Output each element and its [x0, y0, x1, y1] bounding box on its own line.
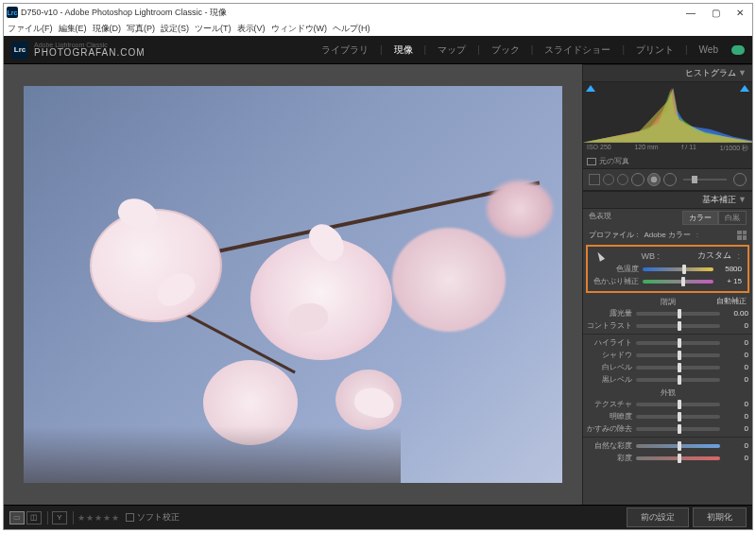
spot-tool[interactable]	[603, 174, 614, 185]
tone-header: 階調自動補正	[583, 295, 752, 307]
menu-settings[interactable]: 設定(S)	[161, 23, 189, 35]
profile-label: プロファイル :	[589, 230, 638, 240]
redeye-tool[interactable]	[617, 174, 628, 185]
wb-dropdown-icon[interactable]: :	[737, 251, 740, 261]
blacks-slider[interactable]: 黒レベル0	[583, 373, 752, 386]
before-after-icon[interactable]: ◫	[26, 511, 42, 524]
treatment-label: 色表現	[589, 211, 682, 225]
toolbar-bottom: ▭ ◫ Y ★★★★★ ソフト校正 前の設定 初期化	[4, 505, 752, 529]
treatment-color[interactable]: カラー	[682, 211, 718, 225]
contrast-slider[interactable]: コントラスト0	[583, 319, 752, 332]
original-photo-toggle[interactable]: 元の写真	[583, 154, 752, 168]
temp-value[interactable]: 5800	[717, 265, 742, 273]
brand-main: PHOTOGRAFAN.COM	[34, 48, 146, 58]
mask-radial2-icon[interactable]	[663, 173, 677, 186]
clarity-slider[interactable]: 明瞭度0	[583, 410, 752, 422]
exposure-slider[interactable]: 露光量0.00	[583, 307, 752, 319]
crop-tool[interactable]	[589, 174, 600, 185]
temp-label: 色温度	[593, 264, 639, 274]
menu-tools[interactable]: ツール(T)	[195, 23, 232, 35]
tint-slider[interactable]: 色かぶり補正 + 15	[590, 275, 746, 287]
right-panel: ヒストグラム▼ ISO 250120 mmf / 111/1000 秒 元の写真	[582, 64, 752, 505]
whites-slider[interactable]: 白レベル0	[583, 361, 752, 373]
menu-help[interactable]: ヘルプ(H)	[333, 23, 370, 35]
menu-bar: ファイル(F) 編集(E) 現像(D) 写真(P) 設定(S) ツール(T) 表…	[4, 21, 752, 36]
minimize-button[interactable]: —	[679, 4, 703, 21]
menu-develop[interactable]: 現像(D)	[93, 23, 122, 35]
vibrance-slider[interactable]: 自然な彩度0	[583, 439, 752, 452]
module-map[interactable]: マップ	[434, 43, 470, 57]
cloud-sync-icon[interactable]	[731, 45, 745, 55]
wb-highlight-box: WB : カスタム : 色温度 5800 色かぶり補正 + 15	[586, 245, 749, 293]
exif-strip: ISO 250120 mmf / 111/1000 秒	[583, 143, 752, 154]
dehaze-slider[interactable]: かすみの除去0	[583, 422, 752, 435]
module-print[interactable]: プリント	[632, 43, 678, 57]
tool-strip	[583, 168, 752, 191]
menu-file[interactable]: ファイル(F)	[8, 23, 53, 35]
auto-tone[interactable]: 自動補正	[716, 296, 747, 306]
histogram-header[interactable]: ヒストグラム▼	[583, 64, 752, 82]
profile-dropdown-icon[interactable]: :	[696, 231, 698, 239]
module-library[interactable]: ライブラリ	[318, 43, 372, 57]
tint-value[interactable]: + 15	[717, 277, 742, 285]
module-develop[interactable]: 現像	[390, 43, 417, 57]
before-after-y-icon[interactable]: Y	[52, 511, 67, 524]
wb-preset[interactable]: カスタム	[697, 249, 731, 262]
identity-plate: Adobe Lightroom Classic PHOTOGRAFAN.COM	[34, 42, 146, 58]
app-icon: Lrc	[7, 7, 18, 18]
menu-window[interactable]: ウィンドウ(W)	[271, 23, 328, 35]
highlights-slider[interactable]: ハイライト0	[583, 336, 752, 349]
wb-row: WB : カスタム :	[590, 249, 746, 263]
saturation-slider[interactable]: 彩度0	[583, 452, 752, 464]
menu-photo[interactable]: 写真(P)	[127, 23, 155, 35]
tool-amount-slider[interactable]	[683, 179, 727, 181]
image-canvas[interactable]	[4, 64, 582, 505]
module-picker: ライブラリ| 現像| マップ| ブック| スライドショー| プリント| Web	[318, 43, 745, 57]
previous-button[interactable]: 前の設定	[627, 507, 689, 527]
wb-eyedropper-icon[interactable]	[595, 250, 605, 262]
profile-value[interactable]: Adobe カラー	[644, 230, 690, 240]
shadows-slider[interactable]: シャドウ0	[583, 349, 752, 361]
soft-proof-label: ソフト校正	[137, 511, 180, 524]
window-titlebar: Lrc D750-v10 - Adobe Photoshop Lightroom…	[4, 4, 752, 21]
texture-slider[interactable]: テクスチャ0	[583, 398, 752, 410]
loupe-view-icon[interactable]: ▭	[9, 511, 25, 524]
histogram[interactable]	[583, 82, 752, 143]
treatment-bw[interactable]: 白黒	[718, 211, 747, 225]
photo-preview	[24, 86, 562, 483]
window-title: D750-v10 - Adobe Photoshop Lightroom Cla…	[21, 7, 227, 19]
lrc-logo: Lrc	[11, 42, 28, 59]
mask-radial-fill-icon[interactable]	[647, 173, 661, 186]
menu-view[interactable]: 表示(V)	[237, 23, 266, 35]
mask-radial-icon[interactable]	[631, 173, 644, 186]
menu-edit[interactable]: 編集(E)	[59, 23, 87, 35]
maximize-button[interactable]: ▢	[703, 4, 728, 21]
temp-slider[interactable]: 色温度 5800	[590, 263, 746, 275]
reset-button[interactable]: 初期化	[693, 507, 747, 527]
module-book[interactable]: ブック	[488, 43, 524, 57]
module-web[interactable]: Web	[696, 44, 722, 55]
profile-browser-icon[interactable]	[737, 231, 747, 240]
close-button[interactable]: ✕	[728, 4, 752, 21]
presence-header: 外観	[583, 386, 752, 398]
basic-header[interactable]: 基本補正▼	[583, 191, 752, 209]
treatment-row: 色表現 カラー 白黒	[583, 209, 752, 227]
soft-proof-checkbox[interactable]	[126, 513, 134, 522]
module-slideshow[interactable]: スライドショー	[541, 43, 614, 57]
rating-stars[interactable]: ★★★★★	[77, 513, 120, 523]
top-bar: Lrc Adobe Lightroom Classic PHOTOGRAFAN.…	[4, 36, 752, 64]
profile-row: プロファイル : Adobe カラー :	[583, 227, 752, 243]
wb-label: WB :	[607, 251, 694, 261]
brush-tool[interactable]	[733, 173, 747, 186]
tint-label: 色かぶり補正	[593, 276, 639, 286]
